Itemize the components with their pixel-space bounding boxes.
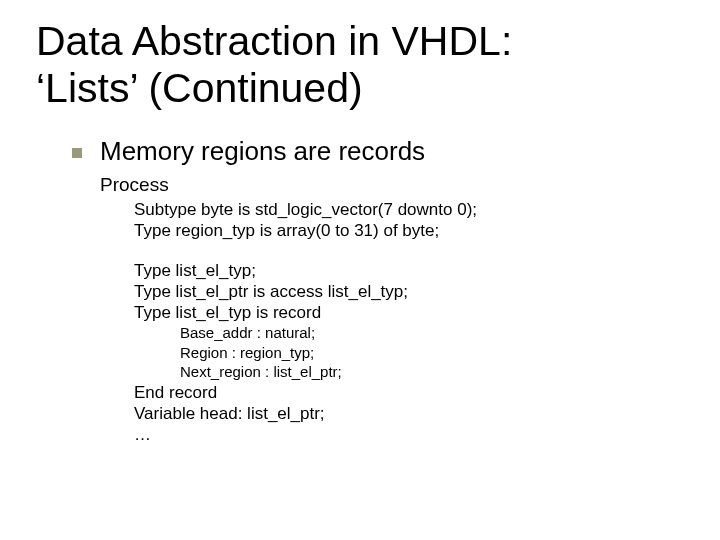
code-line: End record — [72, 382, 684, 403]
spacer — [72, 242, 684, 260]
slide: Data Abstraction in VHDL: ‘Lists’ (Conti… — [0, 0, 720, 540]
square-bullet-icon — [72, 148, 82, 158]
title-line-1: Data Abstraction in VHDL: — [36, 18, 512, 64]
slide-body: Memory regions are records Process Subty… — [36, 136, 684, 445]
code-line: Variable head: list_el_ptr; — [72, 403, 684, 424]
sub-item-process: Process — [72, 173, 684, 197]
code-line: Type region_typ is array(0 to 31) of byt… — [72, 220, 684, 241]
code-line: Type list_el_typ is record — [72, 302, 684, 323]
code-line: Subtype byte is std_logic_vector(7 downt… — [72, 199, 684, 220]
code-line: Type list_el_ptr is access list_el_typ; — [72, 281, 684, 302]
code-line: Region : region_typ; — [72, 343, 684, 363]
bullet-text: Memory regions are records — [100, 136, 425, 167]
code-line: Next_region : list_el_ptr; — [72, 362, 684, 382]
slide-title: Data Abstraction in VHDL: ‘Lists’ (Conti… — [36, 18, 684, 112]
bullet-item: Memory regions are records — [72, 136, 684, 167]
title-line-2: ‘Lists’ (Continued) — [36, 65, 363, 111]
code-line: … — [72, 424, 684, 445]
code-line: Type list_el_typ; — [72, 260, 684, 281]
code-line: Base_addr : natural; — [72, 323, 684, 343]
